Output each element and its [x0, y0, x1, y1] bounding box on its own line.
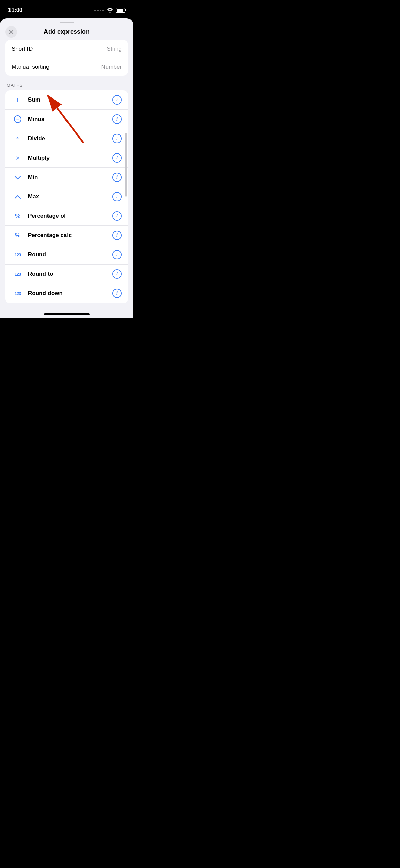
battery-icon	[116, 8, 125, 13]
percentage-calc-item[interactable]: % Percentage calc i	[5, 226, 128, 245]
percentage-of-icon: %	[12, 213, 24, 220]
signal-icon	[94, 10, 104, 11]
divide-icon: ÷	[12, 135, 24, 143]
sheet-header: Add expression	[0, 25, 133, 40]
sheet-handle	[0, 18, 133, 25]
round-to-item[interactable]: 123 Round to i	[5, 265, 128, 284]
percentage-of-label: Percentage of	[28, 213, 112, 219]
round-icon: 123	[12, 252, 24, 257]
percentage-calc-info-button[interactable]: i	[112, 231, 122, 240]
minus-circle-icon: −	[14, 115, 21, 123]
maths-section-header: MATHS	[7, 83, 128, 88]
minus-icon: −	[12, 115, 24, 123]
scrollbar[interactable]	[125, 133, 127, 197]
round-item[interactable]: 123 Round i	[5, 245, 128, 265]
short-id-type: String	[107, 46, 122, 52]
wifi-icon	[107, 8, 113, 13]
round-label: Round	[28, 251, 112, 258]
min-info-button[interactable]: i	[112, 173, 122, 182]
round-info-button[interactable]: i	[112, 250, 122, 259]
short-id-row[interactable]: Short ID String	[5, 40, 128, 58]
short-id-label: Short ID	[12, 46, 33, 52]
percentage-calc-icon: %	[12, 232, 24, 239]
manual-sorting-type: Number	[101, 64, 122, 70]
divide-info-button[interactable]: i	[112, 134, 122, 143]
max-item[interactable]: Max i	[5, 187, 128, 206]
sum-info-button[interactable]: i	[112, 95, 122, 105]
min-icon	[12, 175, 24, 180]
max-label: Max	[28, 193, 112, 200]
handle-bar	[60, 22, 74, 23]
status-icons	[94, 8, 125, 13]
manual-sorting-row[interactable]: Manual sorting Number	[5, 58, 128, 76]
fields-card: Short ID String Manual sorting Number	[5, 40, 128, 76]
status-time: 11:00	[8, 7, 22, 14]
min-item[interactable]: Min i	[5, 168, 128, 187]
sum-item[interactable]: + Sum i	[5, 90, 128, 110]
sum-label: Sum	[28, 96, 112, 103]
round-to-label: Round to	[28, 271, 112, 277]
max-info-button[interactable]: i	[112, 192, 122, 201]
divide-item[interactable]: ÷ Divide i	[5, 129, 128, 148]
close-button[interactable]	[5, 26, 17, 38]
manual-sorting-label: Manual sorting	[12, 64, 50, 70]
percentage-calc-label: Percentage calc	[28, 232, 112, 239]
home-indicator	[0, 310, 133, 318]
round-down-label: Round down	[28, 290, 112, 297]
multiply-icon: ×	[12, 154, 24, 162]
sheet: Add expression Short ID String Manual so…	[0, 18, 133, 318]
minus-item[interactable]: − Minus i	[5, 110, 128, 129]
round-down-icon: 123	[12, 291, 24, 296]
min-label: Min	[28, 174, 112, 181]
sum-icon: +	[12, 95, 24, 104]
divide-label: Divide	[28, 135, 112, 142]
home-bar	[44, 313, 90, 315]
sheet-title: Add expression	[44, 28, 90, 35]
multiply-info-button[interactable]: i	[112, 153, 122, 163]
multiply-label: Multiply	[28, 155, 112, 161]
round-down-info-button[interactable]: i	[112, 289, 122, 298]
minus-info-button[interactable]: i	[112, 114, 122, 124]
round-down-item[interactable]: 123 Round down i	[5, 284, 128, 303]
sheet-content: Short ID String Manual sorting Number MA…	[0, 40, 133, 303]
round-to-icon: 123	[12, 272, 24, 277]
multiply-item[interactable]: × Multiply i	[5, 148, 128, 168]
percentage-of-item[interactable]: % Percentage of i	[5, 206, 128, 226]
percentage-of-info-button[interactable]: i	[112, 211, 122, 221]
minus-label: Minus	[28, 116, 112, 123]
status-bar: 11:00	[0, 0, 133, 18]
max-icon	[12, 194, 24, 199]
maths-list-card: + Sum i − Minus i ÷ Divide i × Mul	[5, 90, 128, 303]
round-to-info-button[interactable]: i	[112, 269, 122, 279]
